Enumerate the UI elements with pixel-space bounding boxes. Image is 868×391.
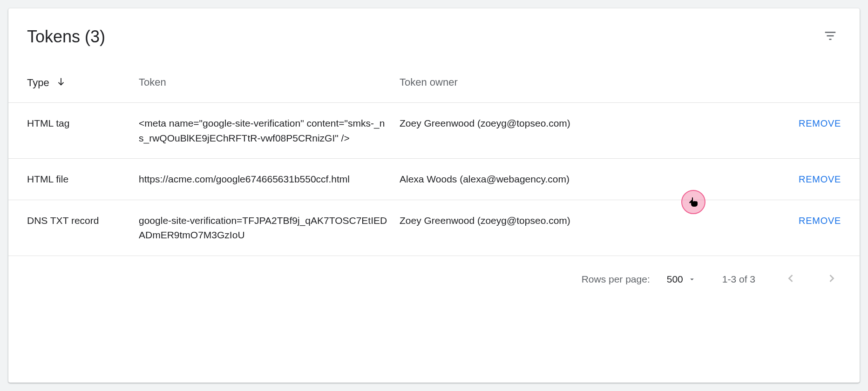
cell-owner: Zoey Greenwood (zoeyg@topseo.com)	[400, 213, 785, 228]
table-row: HTML tag <meta name="google-site-verific…	[8, 103, 860, 159]
rows-per-page-value: 500	[667, 274, 683, 285]
next-page-button[interactable]	[822, 269, 841, 290]
rows-per-page-label: Rows per page:	[582, 274, 650, 285]
table-row: HTML file https://acme.com/google6746656…	[8, 159, 860, 200]
tokens-card: Tokens (3) Type Token Token owner HTML t…	[8, 8, 860, 383]
chevron-left-icon	[784, 272, 797, 285]
column-header-token[interactable]: Token	[139, 76, 400, 89]
remove-button[interactable]: REMOVE	[799, 174, 841, 184]
remove-button[interactable]: REMOVE	[799, 118, 841, 128]
pagination-nav	[781, 269, 841, 290]
rows-per-page: Rows per page: 500	[582, 274, 696, 285]
cell-owner: Alexa Woods (alexa@webagency.com)	[400, 172, 785, 187]
pagination-range: 1-3 of 3	[722, 274, 755, 285]
rows-per-page-select[interactable]: 500	[667, 274, 696, 285]
table-row: DNS TXT record google-site-verification=…	[8, 200, 860, 256]
table-header-row: Type Token Token owner	[8, 63, 860, 103]
cell-token: https://acme.com/google674665631b550ccf.…	[139, 172, 400, 187]
previous-page-button[interactable]	[781, 269, 800, 290]
cell-type: DNS TXT record	[27, 213, 139, 228]
column-header-owner[interactable]: Token owner	[400, 76, 785, 89]
page-title: Tokens (3)	[27, 27, 105, 47]
column-header-action	[785, 76, 841, 89]
column-header-type-label: Type	[27, 77, 49, 89]
cell-token: google-site-verification=TFJPA2TBf9j_qAK…	[139, 213, 400, 243]
cell-type: HTML file	[27, 172, 139, 187]
column-header-type[interactable]: Type	[27, 76, 139, 89]
pagination-bar: Rows per page: 500 1-3 of 3	[8, 256, 860, 303]
remove-button[interactable]: REMOVE	[799, 216, 841, 226]
sort-descending-icon	[56, 76, 66, 89]
filter-icon[interactable]	[820, 25, 841, 48]
card-header: Tokens (3)	[8, 8, 860, 63]
cell-token: <meta name="google-site-verification" co…	[139, 116, 400, 145]
dropdown-icon	[688, 275, 696, 283]
cell-owner: Zoey Greenwood (zoeyg@topseo.com)	[400, 116, 785, 131]
cell-type: HTML tag	[27, 116, 139, 131]
chevron-right-icon	[825, 272, 838, 285]
